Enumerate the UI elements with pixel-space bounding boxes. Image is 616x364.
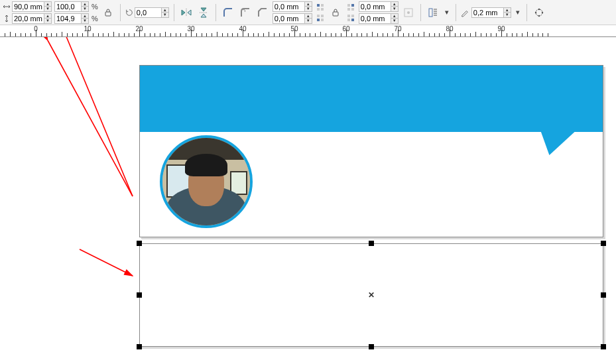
dropdown-icon[interactable]: ▾ xyxy=(443,5,451,20)
corner-chamfer-icon[interactable] xyxy=(255,5,270,20)
selection-handle[interactable] xyxy=(601,292,606,298)
lock-ratio-button[interactable] xyxy=(101,5,115,20)
ruler-tick-label: 80 xyxy=(446,25,453,32)
offset-group-1: ▲▼ ▲▼ xyxy=(273,1,312,24)
ruler-tick-label: 70 xyxy=(394,25,401,32)
ruler-tick-label: 30 xyxy=(187,25,194,32)
selection-handle[interactable] xyxy=(137,344,142,349)
percent-label: % xyxy=(90,15,98,23)
offset-y1-input[interactable]: ▲▼ xyxy=(273,13,312,24)
svg-point-23 xyxy=(542,11,543,13)
scale-group: ▲▼ % ▲▼ % xyxy=(54,1,98,24)
svg-line-27 xyxy=(61,37,133,196)
offset-x2-input[interactable]: ▲▼ xyxy=(359,1,399,12)
rotation-input[interactable]: ▲▼ xyxy=(135,7,169,18)
selection-handle[interactable] xyxy=(137,292,142,298)
offset-x1-input[interactable]: ▲▼ xyxy=(273,1,312,12)
convert-curves-button[interactable] xyxy=(532,5,546,20)
selection-handle[interactable] xyxy=(601,241,606,246)
avatar-circle[interactable] xyxy=(160,135,253,228)
ruler-tick-label: 50 xyxy=(290,25,298,32)
svg-rect-7 xyxy=(317,19,320,21)
svg-rect-3 xyxy=(317,8,320,11)
svg-point-22 xyxy=(535,11,536,13)
corner-lock-button[interactable] xyxy=(328,5,343,20)
svg-rect-14 xyxy=(347,15,350,17)
svg-rect-0 xyxy=(105,12,111,16)
svg-rect-8 xyxy=(321,19,324,21)
selected-rectangle[interactable]: ✕ xyxy=(139,243,603,347)
selection-handle[interactable] xyxy=(137,241,142,246)
svg-point-24 xyxy=(538,8,540,9)
width-icon xyxy=(3,3,11,11)
selection-center-marker: ✕ xyxy=(368,290,375,300)
rotation-icon xyxy=(125,9,133,17)
scale-x-input[interactable]: ▲▼ xyxy=(54,1,89,12)
mirror-horizontal-button[interactable] xyxy=(179,5,194,20)
speech-tail-shape xyxy=(532,131,575,155)
ruler-tick-label: 60 xyxy=(342,25,349,32)
rotation-group: ▲▼ xyxy=(125,7,169,18)
card-header-bar xyxy=(140,66,603,132)
property-bar: ▲▼ ▲▼ ▲▼ % ▲▼ % xyxy=(0,0,616,25)
svg-rect-9 xyxy=(333,12,338,16)
outline-pen-icon xyxy=(461,9,469,17)
wrap-text-button[interactable] xyxy=(426,5,440,20)
outline-width-input[interactable]: ▲▼ xyxy=(471,7,511,18)
corner-round-icon[interactable] xyxy=(221,5,235,20)
height-icon xyxy=(3,15,11,23)
svg-rect-11 xyxy=(351,4,354,7)
avatar-photo xyxy=(162,138,250,225)
horizontal-ruler: -100102030405060708090 xyxy=(0,25,616,37)
dropdown-icon[interactable]: ▾ xyxy=(514,5,522,20)
svg-rect-10 xyxy=(347,4,350,7)
svg-rect-12 xyxy=(347,8,350,11)
percent-label: % xyxy=(90,3,98,11)
ruler-tick-label: 10 xyxy=(84,25,91,32)
object-size-group: ▲▼ ▲▼ xyxy=(3,1,52,24)
corner-indicator-2[interactable] xyxy=(345,2,356,23)
svg-rect-2 xyxy=(321,4,324,7)
svg-rect-15 xyxy=(351,15,354,17)
object-height-input[interactable]: ▲▼ xyxy=(12,13,52,24)
object-width-input[interactable]: ▲▼ xyxy=(12,1,52,12)
svg-rect-20 xyxy=(429,9,432,17)
scale-y-input[interactable]: ▲▼ xyxy=(54,13,89,24)
svg-rect-13 xyxy=(351,8,354,11)
relative-corner-button xyxy=(401,5,416,20)
svg-rect-5 xyxy=(317,15,320,17)
svg-rect-16 xyxy=(347,19,350,21)
svg-line-28 xyxy=(80,249,133,276)
svg-point-21 xyxy=(536,9,542,16)
svg-point-25 xyxy=(538,15,540,16)
offset-y2-input[interactable]: ▲▼ xyxy=(359,13,399,24)
business-card-shape[interactable] xyxy=(139,65,603,237)
selection-handle[interactable] xyxy=(601,344,606,349)
svg-rect-1 xyxy=(317,4,320,7)
mirror-vertical-button[interactable] xyxy=(196,5,211,20)
corner-scallop-icon[interactable] xyxy=(238,5,253,20)
offset-group-2: ▲▼ ▲▼ xyxy=(359,1,399,24)
canvas[interactable]: ✕ xyxy=(0,37,616,364)
ruler-tick-label: 90 xyxy=(497,25,505,32)
ruler-tick-label: 0 xyxy=(34,25,38,32)
svg-rect-4 xyxy=(321,8,324,11)
svg-line-26 xyxy=(48,40,133,196)
svg-point-19 xyxy=(407,11,410,14)
corner-indicator-1[interactable] xyxy=(315,2,326,23)
ruler-tick-label: 40 xyxy=(239,25,246,32)
selection-handle[interactable] xyxy=(369,241,374,246)
svg-rect-17 xyxy=(351,19,354,21)
selection-handle[interactable] xyxy=(369,344,374,349)
svg-rect-6 xyxy=(321,15,324,17)
ruler-tick-label: 20 xyxy=(135,25,143,32)
